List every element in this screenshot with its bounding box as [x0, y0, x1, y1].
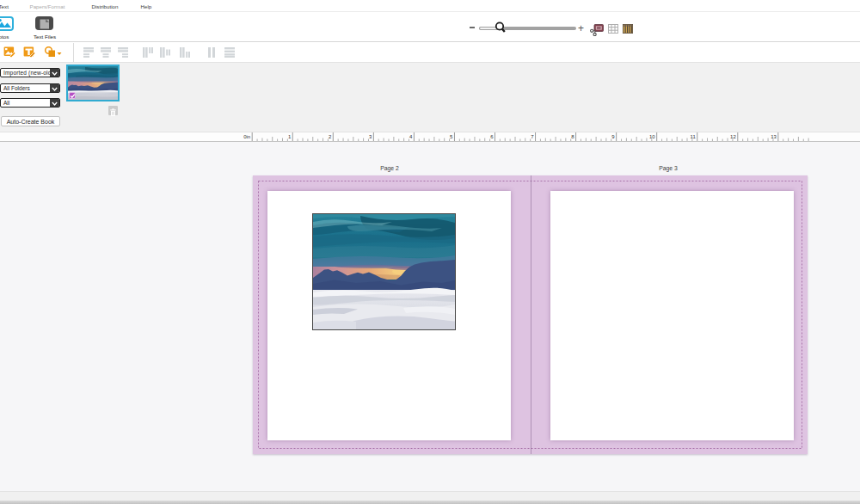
svg-text:1: 1: [288, 134, 292, 139]
svg-text:11: 11: [691, 134, 697, 139]
svg-text:3: 3: [369, 134, 372, 139]
svg-text:12: 12: [730, 134, 736, 139]
svg-text:8: 8: [571, 134, 574, 139]
svg-text:5: 5: [450, 134, 453, 139]
svg-text:2: 2: [329, 134, 332, 139]
svg-text:13: 13: [771, 134, 777, 139]
svg-text:6: 6: [490, 134, 494, 139]
svg-text:9: 9: [611, 134, 615, 139]
svg-text:10: 10: [649, 134, 655, 139]
svg-text:0in: 0in: [243, 134, 250, 139]
svg-text:7: 7: [531, 134, 534, 139]
svg-text:4: 4: [409, 134, 413, 139]
